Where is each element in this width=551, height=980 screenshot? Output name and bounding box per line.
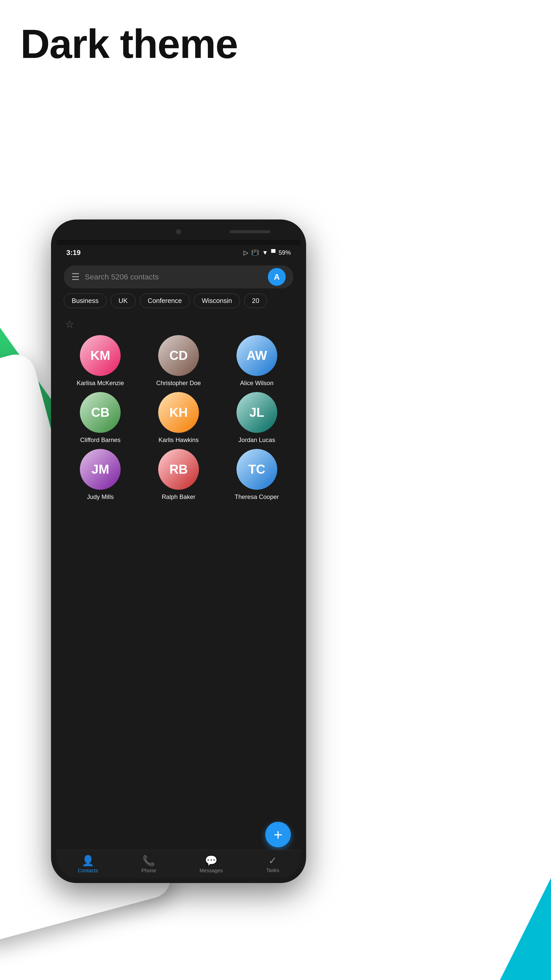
battery-text: 59% xyxy=(279,249,291,256)
contact-item-christopher[interactable]: CD Christopher Doe xyxy=(142,335,215,387)
nav-tasks[interactable]: ✓ Tasks xyxy=(266,855,279,873)
decorative-triangle-right xyxy=(500,878,551,980)
contact-item-alice[interactable]: AW Alice Wilson xyxy=(220,335,293,387)
contact-avatar-ralph: RB xyxy=(158,449,199,490)
tasks-nav-label: Tasks xyxy=(266,867,279,873)
contact-name-christopher: Christopher Doe xyxy=(156,380,201,387)
search-bar[interactable]: ☰ Search 5206 contacts A xyxy=(64,266,293,288)
contacts-section: ☆ KM Karlisa McKenzie xyxy=(56,313,301,503)
contact-avatar-theresa: TC xyxy=(237,449,277,490)
filter-chips: Business UK Conference Wisconsin 20 xyxy=(56,293,301,313)
avatar-face-clifford: CB xyxy=(80,392,121,433)
add-contact-fab[interactable]: + xyxy=(265,822,291,847)
speaker-bar xyxy=(230,230,270,233)
contact-avatar-karlis: KH xyxy=(158,392,199,433)
chip-uk[interactable]: UK xyxy=(111,293,136,308)
contact-name-clifford: Clifford Barnes xyxy=(80,436,121,444)
contact-avatar-christopher: CD xyxy=(158,335,199,376)
status-icons: ▷ 📳 ▼ ▀ 59% xyxy=(244,249,291,256)
camera-dot xyxy=(176,229,181,234)
status-time: 3:19 xyxy=(66,248,244,257)
contact-name-karlis: Karlis Hawkins xyxy=(159,436,198,444)
contact-item-karlis[interactable]: KH Karlis Hawkins xyxy=(142,392,215,444)
phone-device: 3:19 ▷ 📳 ▼ ▀ 59% ☰ Search 5206 contacts … xyxy=(51,220,306,883)
avatar-face-ralph: RB xyxy=(158,449,199,490)
avatar-face-christopher: CD xyxy=(158,335,199,376)
avatar-face-judy: JM xyxy=(80,449,121,490)
nav-phone[interactable]: 📞 Phone xyxy=(141,855,156,873)
nav-messages[interactable]: 💬 Messages xyxy=(200,855,223,873)
contact-name-jordan: Jordan Lucas xyxy=(238,436,275,444)
avatar-face-karlisa: KM xyxy=(80,335,121,376)
contact-name-theresa: Theresa Cooper xyxy=(235,493,279,501)
app-content: ☰ Search 5206 contacts A Business UK Con… xyxy=(56,260,301,503)
tasks-nav-icon: ✓ xyxy=(268,855,277,866)
avatar-face-jordan: JL xyxy=(237,392,277,433)
chip-20[interactable]: 20 xyxy=(244,293,267,308)
messages-nav-icon: 💬 xyxy=(205,855,218,867)
wifi-icon: ▼ xyxy=(262,249,268,256)
section-header: ☆ xyxy=(61,316,296,335)
vibrate-icon: 📳 xyxy=(251,249,259,256)
contacts-nav-icon: 👤 xyxy=(82,855,94,867)
contact-avatar-clifford: CB xyxy=(80,392,121,433)
phone-screen: 3:19 ▷ 📳 ▼ ▀ 59% ☰ Search 5206 contacts … xyxy=(56,245,301,878)
bluetooth-icon: ▷ xyxy=(244,249,248,256)
contact-item-jordan[interactable]: JL Jordan Lucas xyxy=(220,392,293,444)
contacts-nav-label: Contacts xyxy=(78,868,98,873)
signal-icon: ▀ xyxy=(271,249,275,256)
contact-item-theresa[interactable]: TC Theresa Cooper xyxy=(220,449,293,501)
contact-item-clifford[interactable]: CB Clifford Barnes xyxy=(64,392,137,444)
chip-conference[interactable]: Conference xyxy=(140,293,190,308)
contact-avatar-karlisa: KM xyxy=(80,335,121,376)
chip-wisconsin[interactable]: Wisconsin xyxy=(194,293,240,308)
contact-name-karlisa: Karlisa McKenzie xyxy=(77,380,124,387)
contact-avatar-jordan: JL xyxy=(237,392,277,433)
hamburger-icon[interactable]: ☰ xyxy=(71,272,79,282)
search-input[interactable]: Search 5206 contacts xyxy=(85,272,263,281)
phone-nav-icon: 📞 xyxy=(142,855,155,867)
contact-item-karlisa[interactable]: KM Karlisa McKenzie xyxy=(64,335,137,387)
chip-business[interactable]: Business xyxy=(64,293,106,308)
user-avatar-button[interactable]: A xyxy=(268,268,286,286)
phone-top-bar xyxy=(56,224,301,240)
contact-avatar-judy: JM xyxy=(80,449,121,490)
phone-nav-label: Phone xyxy=(141,868,156,873)
contact-item-judy[interactable]: JM Judy Mills xyxy=(64,449,137,501)
status-bar: 3:19 ▷ 📳 ▼ ▀ 59% xyxy=(56,245,301,260)
favorites-star-icon[interactable]: ☆ xyxy=(65,318,74,330)
nav-contacts[interactable]: 👤 Contacts xyxy=(78,855,98,873)
avatar-face-alice: AW xyxy=(237,335,277,376)
contacts-grid: KM Karlisa McKenzie CD Christopher Doe xyxy=(61,335,296,501)
avatar-face-karlis: KH xyxy=(158,392,199,433)
contact-item-ralph[interactable]: RB Ralph Baker xyxy=(142,449,215,501)
avatar-face-theresa: TC xyxy=(237,449,277,490)
contact-name-alice: Alice Wilson xyxy=(240,380,273,387)
messages-nav-label: Messages xyxy=(200,868,223,873)
contact-avatar-alice: AW xyxy=(237,335,277,376)
page-title: Dark theme xyxy=(21,21,238,67)
contact-name-judy: Judy Mills xyxy=(87,493,114,501)
bg-contact-theresa: Theresa Cooper xyxy=(0,409,43,487)
bottom-nav: 👤 Contacts 📞 Phone 💬 Messages ✓ Tasks xyxy=(56,850,301,878)
contact-name-ralph: Ralph Baker xyxy=(162,493,195,501)
